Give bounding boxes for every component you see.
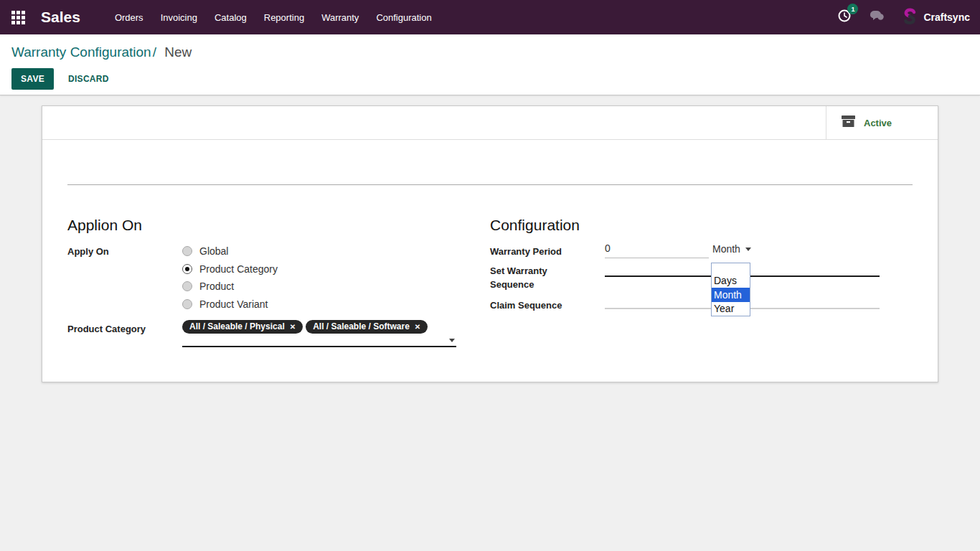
product-category-field[interactable]: All / Saleable / Physical ✕ All / Saleab… bbox=[182, 320, 456, 347]
chat-bubbles-icon bbox=[869, 9, 885, 25]
messages-button[interactable] bbox=[869, 9, 885, 25]
tag-software: All / Saleable / Software ✕ bbox=[306, 320, 428, 334]
caret-down-icon bbox=[745, 248, 751, 251]
select-option-month[interactable]: Month bbox=[712, 288, 750, 302]
content-area: Active Applion On Apply On Global bbox=[0, 95, 980, 551]
form-action-buttons: SAVE DISCARD bbox=[11, 68, 969, 90]
app-name[interactable]: Sales bbox=[41, 9, 80, 26]
claim-sequence-label: Claim Sequence bbox=[490, 296, 605, 312]
radio-option-product-category[interactable]: Product Category bbox=[182, 260, 278, 278]
tag-physical: All / Saleable / Physical ✕ bbox=[182, 320, 303, 334]
warranty-period-label: Warranty Period bbox=[490, 242, 605, 258]
breadcrumb: Warranty Configuration/ New bbox=[11, 43, 969, 62]
archive-box-icon bbox=[841, 115, 856, 131]
apps-menu-icon[interactable] bbox=[11, 11, 25, 24]
breadcrumb-parent[interactable]: Warranty Configuration bbox=[11, 44, 151, 60]
nav-item-catalog[interactable]: Catalog bbox=[215, 12, 247, 23]
nav-item-orders[interactable]: Orders bbox=[115, 12, 143, 23]
remove-tag-icon[interactable]: ✕ bbox=[415, 322, 420, 331]
product-category-field-label: Product Category bbox=[67, 320, 182, 336]
radio-icon[interactable] bbox=[182, 246, 192, 256]
nav-item-reporting[interactable]: Reporting bbox=[264, 12, 304, 23]
breadcrumb-current: New bbox=[164, 44, 192, 60]
apply-on-section: Applion On Apply On Global Product Categ… bbox=[67, 217, 490, 347]
product-category-input[interactable] bbox=[182, 346, 456, 347]
configuration-section: Configuration Warranty Period 0 Month Se… bbox=[490, 217, 913, 347]
section-heading-configuration: Configuration bbox=[490, 217, 913, 234]
control-panel: Warranty Configuration/ New SAVE DISCARD bbox=[0, 34, 980, 95]
company-menu[interactable]: Craftsync bbox=[902, 7, 970, 28]
form-sheet: Active Applion On Apply On Global bbox=[42, 105, 938, 382]
main-menu: Orders Invoicing Catalog Reporting Warra… bbox=[115, 12, 432, 23]
category-tags: All / Saleable / Physical ✕ All / Saleab… bbox=[182, 320, 456, 334]
warranty-period-unit-select[interactable]: Month bbox=[712, 242, 751, 255]
radio-option-global[interactable]: Global bbox=[182, 242, 278, 260]
caret-down-icon bbox=[449, 339, 455, 342]
select-option-empty[interactable] bbox=[712, 263, 750, 274]
apply-on-radio-group: Global Product Category Product Pro bbox=[182, 242, 278, 313]
active-toggle-button[interactable]: Active bbox=[826, 106, 938, 139]
record-name-input[interactable] bbox=[67, 140, 913, 185]
radio-icon[interactable] bbox=[182, 281, 192, 291]
warranty-unit-dropdown: Days Month Year bbox=[711, 263, 750, 316]
nav-item-invoicing[interactable]: Invoicing bbox=[161, 12, 197, 23]
nav-item-warranty[interactable]: Warranty bbox=[321, 12, 359, 23]
button-box: Active bbox=[42, 106, 938, 140]
breadcrumb-separator: / bbox=[153, 44, 156, 60]
radio-option-product-variant[interactable]: Product Variant bbox=[182, 296, 278, 314]
nav-item-configuration[interactable]: Configuration bbox=[376, 12, 431, 23]
radio-icon[interactable] bbox=[182, 299, 192, 309]
unit-selected-value: Month bbox=[712, 243, 740, 255]
warranty-period-input[interactable]: 0 bbox=[605, 242, 709, 258]
activity-menu-button[interactable]: 1 bbox=[837, 9, 852, 26]
radio-option-product[interactable]: Product bbox=[182, 278, 278, 296]
set-warranty-sequence-label: Set Warranty Sequence bbox=[490, 262, 605, 291]
radio-checked-icon[interactable] bbox=[182, 264, 192, 274]
active-label: Active bbox=[864, 118, 892, 128]
apply-on-field-label: Apply On bbox=[67, 242, 182, 258]
top-navbar: Sales Orders Invoicing Catalog Reporting… bbox=[0, 0, 980, 34]
company-logo bbox=[902, 7, 918, 28]
company-name: Craftsync bbox=[923, 11, 970, 23]
form-fields: Applion On Apply On Global Product Categ… bbox=[42, 185, 938, 347]
discard-button[interactable]: DISCARD bbox=[60, 68, 118, 90]
save-button[interactable]: SAVE bbox=[11, 68, 54, 90]
remove-tag-icon[interactable]: ✕ bbox=[290, 322, 296, 331]
section-heading-apply-on: Applion On bbox=[67, 217, 490, 234]
select-option-year[interactable]: Year bbox=[712, 302, 750, 316]
activity-count-badge: 1 bbox=[847, 4, 858, 14]
select-option-days[interactable]: Days bbox=[712, 274, 750, 288]
